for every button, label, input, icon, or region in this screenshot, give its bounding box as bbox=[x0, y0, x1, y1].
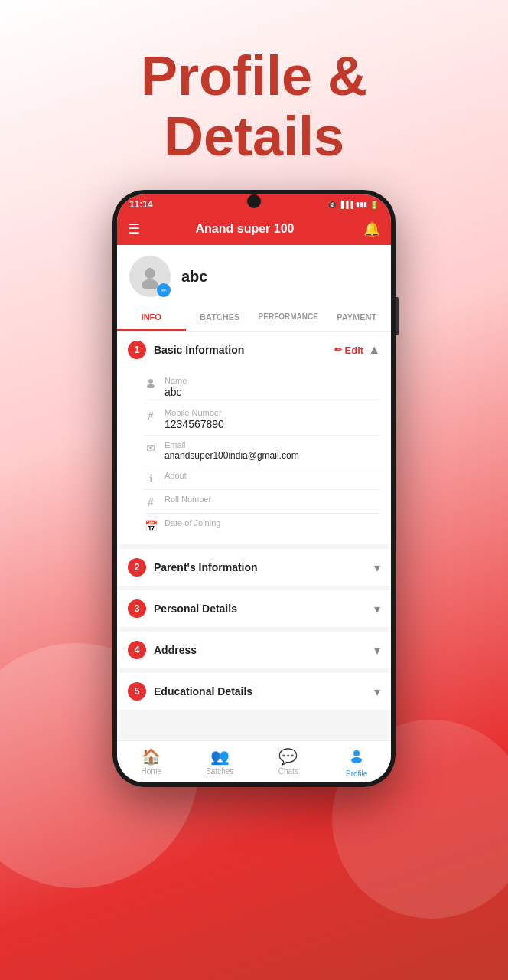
section-basic-info-header[interactable]: 1 Basic Information ✏ Edit ▲ bbox=[117, 332, 391, 368]
section-number-5: 5 bbox=[128, 682, 146, 701]
section-educational-title: Educational Details bbox=[154, 685, 374, 697]
profile-header: ✏ abc bbox=[117, 245, 391, 305]
email-label: Email bbox=[164, 440, 299, 449]
chats-icon: 💬 bbox=[278, 747, 298, 766]
tab-performance[interactable]: PERFORMANCE bbox=[254, 305, 323, 331]
section-number-1: 1 bbox=[128, 341, 146, 359]
personal-chevron-icon: ▾ bbox=[374, 602, 380, 616]
phone-screen: 11:14 🔇 ▐▐▐ ▮▮▮ 🔋 ☰ Anand super 100 🔔 bbox=[117, 194, 391, 782]
section-address-header[interactable]: 4 Address ▾ bbox=[117, 632, 391, 668]
tab-bar: INFO BATCHES PERFORMANCE PAYMENT bbox=[117, 305, 391, 332]
field-about: ℹ About bbox=[145, 466, 380, 490]
calendar-icon: 📅 bbox=[145, 520, 157, 532]
svg-point-1 bbox=[142, 279, 158, 289]
name-label: Name bbox=[164, 376, 187, 385]
nav-profile[interactable]: Profile bbox=[323, 741, 392, 782]
phone-frame: 11:14 🔇 ▐▐▐ ▮▮▮ 🔋 ☰ Anand super 100 🔔 bbox=[112, 190, 396, 787]
phone-notch bbox=[247, 194, 261, 208]
phone-side-button bbox=[396, 297, 399, 335]
field-name: Name abc bbox=[145, 371, 380, 403]
batches-icon: 👥 bbox=[210, 747, 230, 766]
tab-info[interactable]: INFO bbox=[117, 305, 186, 331]
hero-line1: Profile & bbox=[141, 46, 367, 106]
section-educational-header[interactable]: 5 Educational Details ▾ bbox=[117, 673, 391, 710]
section-number-4: 4 bbox=[128, 641, 146, 659]
edit-label[interactable]: Edit bbox=[345, 345, 364, 356]
doj-label: Date of Joining bbox=[164, 518, 220, 528]
parents-chevron-icon: ▾ bbox=[374, 560, 380, 575]
info-icon: ℹ bbox=[145, 472, 157, 485]
field-email: ✉ Email anandsuper100india@gmail.com bbox=[145, 436, 380, 466]
educational-chevron-icon: ▾ bbox=[374, 684, 380, 699]
section-personal-header[interactable]: 3 Personal Details ▾ bbox=[117, 590, 391, 627]
avatar-wrapper[interactable]: ✏ bbox=[129, 256, 171, 297]
name-value: abc bbox=[164, 386, 187, 398]
field-roll: # Roll Number bbox=[145, 490, 380, 514]
app-title: Anand super 100 bbox=[126, 222, 363, 236]
edit-button[interactable]: ✏ Edit bbox=[334, 345, 364, 356]
svg-point-3 bbox=[147, 384, 155, 389]
section-number-3: 3 bbox=[128, 599, 146, 618]
section-address-title: Address bbox=[154, 644, 374, 656]
nav-home[interactable]: 🏠 Home bbox=[117, 741, 186, 782]
bottom-navigation: 🏠 Home 👥 Batches 💬 Chats Profile bbox=[117, 740, 391, 782]
mobile-value: 1234567890 bbox=[164, 418, 224, 430]
section-basic-info-title: Basic Information bbox=[154, 344, 334, 356]
address-chevron-icon: ▾ bbox=[374, 643, 380, 658]
avatar-edit-badge[interactable]: ✏ bbox=[157, 283, 171, 297]
content-area: 1 Basic Information ✏ Edit ▲ bbox=[117, 332, 391, 740]
section-basic-info: 1 Basic Information ✏ Edit ▲ bbox=[117, 332, 391, 549]
tab-batches[interactable]: BATCHES bbox=[186, 305, 255, 331]
email-value: anandsuper100india@gmail.com bbox=[164, 450, 299, 461]
hero-line2: Details bbox=[141, 106, 367, 167]
home-icon: 🏠 bbox=[142, 747, 161, 766]
collapse-icon: ▲ bbox=[368, 343, 380, 357]
profile-icon bbox=[348, 747, 365, 768]
field-doj: 📅 Date of Joining bbox=[145, 514, 380, 537]
hero-title: Profile & Details bbox=[141, 46, 367, 167]
section-parents-title: Parent's Information bbox=[154, 561, 374, 573]
profile-label: Profile bbox=[346, 769, 367, 778]
profile-name: abc bbox=[181, 268, 207, 286]
nav-batches[interactable]: 👥 Batches bbox=[186, 741, 255, 782]
pencil-icon: ✏ bbox=[334, 345, 342, 355]
top-bar: ☰ Anand super 100 🔔 bbox=[117, 213, 391, 245]
nav-chats[interactable]: 💬 Chats bbox=[254, 741, 323, 782]
email-icon: ✉ bbox=[145, 442, 157, 454]
mobile-label: Mobile Number bbox=[164, 408, 224, 417]
status-icons: 🔇 ▐▐▐ ▮▮▮ 🔋 bbox=[327, 201, 379, 209]
field-mobile: # Mobile Number 1234567890 bbox=[145, 403, 380, 436]
section-parents-header[interactable]: 2 Parent's Information ▾ bbox=[117, 549, 391, 586]
home-label: Home bbox=[141, 767, 161, 776]
roll-label: Roll Number bbox=[164, 495, 211, 504]
chats-label: Chats bbox=[278, 767, 298, 776]
notification-bell-icon[interactable]: 🔔 bbox=[363, 220, 380, 237]
about-label: About bbox=[164, 471, 187, 480]
hash-icon-mobile: # bbox=[145, 410, 157, 422]
batches-label: Batches bbox=[206, 767, 233, 776]
section-personal-details: 3 Personal Details ▾ bbox=[117, 590, 391, 632]
hash-icon-roll: # bbox=[145, 496, 157, 508]
svg-point-0 bbox=[145, 268, 155, 279]
section-personal-title: Personal Details bbox=[154, 603, 374, 615]
basic-info-fields: Name abc # Mobile Number 1234567890 bbox=[117, 368, 391, 544]
status-time: 11:14 bbox=[129, 199, 153, 210]
section-address: 4 Address ▾ bbox=[117, 632, 391, 673]
section-educational-details: 5 Educational Details ▾ bbox=[117, 673, 391, 714]
section-number-2: 2 bbox=[128, 558, 146, 577]
svg-point-5 bbox=[351, 757, 362, 763]
svg-point-4 bbox=[353, 750, 360, 756]
person-icon bbox=[145, 377, 157, 390]
section-parents-info: 2 Parent's Information ▾ bbox=[117, 549, 391, 590]
tab-payment[interactable]: PAYMENT bbox=[323, 305, 392, 331]
svg-point-2 bbox=[148, 379, 153, 384]
